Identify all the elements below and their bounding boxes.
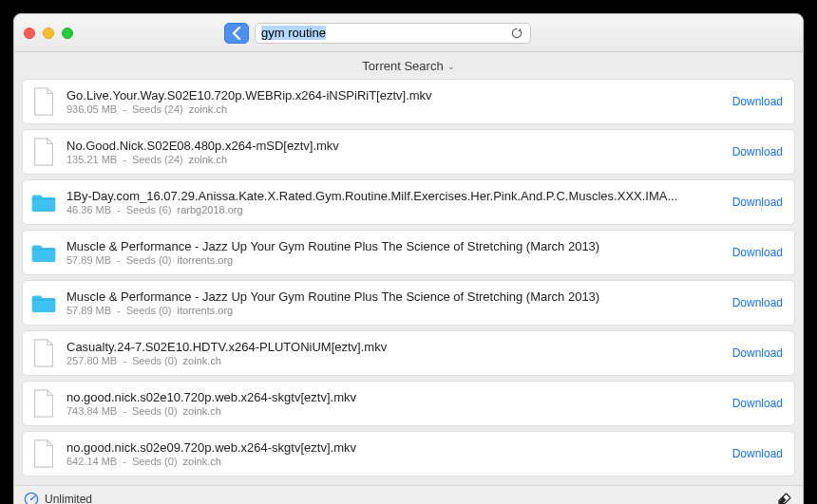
result-seeds: Seeds (0) bbox=[126, 254, 172, 266]
result-body: no.good.nick.s02e09.720p.web.x264-skgtv[… bbox=[66, 440, 721, 467]
result-size: 257.80 MB bbox=[66, 355, 117, 366]
result-body: Go.Live.Your.Way.S02E10.720p.WEBRip.x264… bbox=[66, 88, 721, 115]
result-source: itorrents.org bbox=[177, 254, 233, 266]
result-size: 57.89 MB bbox=[66, 305, 111, 316]
download-link[interactable]: Download bbox=[732, 447, 783, 460]
result-seeds: Seeds (24) bbox=[132, 154, 183, 165]
download-link[interactable]: Download bbox=[732, 397, 783, 410]
result-source: zoink.ch bbox=[183, 456, 221, 467]
result-meta: 135.21 MB - Seeds (24) zoink.ch bbox=[66, 154, 721, 165]
window-controls bbox=[24, 28, 73, 39]
section-title: Torrent Search bbox=[362, 59, 443, 73]
download-link[interactable]: Download bbox=[732, 346, 783, 360]
result-row[interactable]: No.Good.Nick.S02E08.480p.x264-mSD[eztv].… bbox=[22, 129, 795, 175]
search-field-wrap[interactable] bbox=[255, 23, 531, 44]
folder-icon bbox=[30, 237, 57, 268]
speed-gauge-icon bbox=[24, 492, 39, 505]
result-source: zoink.ch bbox=[189, 154, 227, 165]
result-size: 936.05 MB bbox=[66, 103, 117, 115]
result-seeds: Seeds (0) bbox=[132, 355, 178, 366]
refresh-button[interactable] bbox=[509, 26, 524, 41]
result-row[interactable]: no.good.nick.s02e10.720p.web.x264-skgtv[… bbox=[22, 381, 795, 426]
back-button[interactable] bbox=[224, 23, 249, 44]
folder-icon bbox=[30, 187, 57, 217]
result-body: Casualty.24-7.S02E10.HDTV.x264-PLUTONiUM… bbox=[66, 340, 721, 366]
result-body: Muscle & Performance - Jazz Up Your Gym … bbox=[66, 289, 721, 316]
file-icon bbox=[30, 338, 57, 368]
file-icon bbox=[30, 388, 57, 419]
result-title: 1By-Day.com_16.07.29.Anissa.Kate.X.Rated… bbox=[66, 189, 721, 203]
result-seeds: Seeds (24) bbox=[132, 103, 183, 115]
folder-icon bbox=[30, 288, 57, 318]
result-title: no.good.nick.s02e09.720p.web.x264-skgtv[… bbox=[66, 440, 721, 455]
app-window: Torrent Search ⌄ Go.Live.Your.Way.S02E10… bbox=[13, 13, 804, 504]
footer: Unlimited bbox=[14, 485, 803, 504]
result-row[interactable]: Muscle & Performance - Jazz Up Your Gym … bbox=[22, 280, 795, 326]
eraser-icon[interactable] bbox=[776, 491, 793, 505]
result-row[interactable]: 1By-Day.com_16.07.29.Anissa.Kate.X.Rated… bbox=[22, 179, 795, 225]
close-window-button[interactable] bbox=[24, 28, 35, 39]
result-title: Muscle & Performance - Jazz Up Your Gym … bbox=[66, 239, 721, 253]
result-meta: 57.89 MB - Seeds (0) itorrents.org bbox=[66, 254, 721, 266]
search-input[interactable] bbox=[261, 26, 509, 40]
result-source: rarbg2018.org bbox=[177, 204, 242, 215]
result-meta: 642.14 MB - Seeds (0) zoink.ch bbox=[66, 456, 721, 467]
file-icon bbox=[30, 86, 57, 117]
result-meta: 46.36 MB - Seeds (6) rarbg2018.org bbox=[66, 204, 721, 215]
result-body: Muscle & Performance - Jazz Up Your Gym … bbox=[66, 239, 721, 266]
download-link[interactable]: Download bbox=[732, 95, 783, 108]
speed-label[interactable]: Unlimited bbox=[45, 493, 92, 505]
result-body: 1By-Day.com_16.07.29.Anissa.Kate.X.Rated… bbox=[66, 189, 721, 215]
result-meta: 257.80 MB - Seeds (0) zoink.ch bbox=[66, 355, 721, 366]
result-body: no.good.nick.s02e10.720p.web.x264-skgtv[… bbox=[66, 390, 721, 417]
result-seeds: Seeds (0) bbox=[126, 305, 172, 316]
download-link[interactable]: Download bbox=[732, 296, 783, 309]
result-source: zoink.ch bbox=[183, 355, 221, 366]
result-size: 135.21 MB bbox=[66, 154, 117, 165]
titlebar bbox=[14, 14, 803, 52]
result-title: Muscle & Performance - Jazz Up Your Gym … bbox=[66, 289, 721, 304]
result-meta: 936.05 MB - Seeds (24) zoink.ch bbox=[66, 103, 721, 115]
result-size: 743.84 MB bbox=[66, 405, 117, 417]
file-icon bbox=[30, 137, 57, 167]
result-title: Go.Live.Your.Way.S02E10.720p.WEBRip.x264… bbox=[66, 88, 721, 103]
result-title: no.good.nick.s02e10.720p.web.x264-skgtv[… bbox=[66, 390, 721, 404]
download-link[interactable]: Download bbox=[732, 196, 783, 209]
result-seeds: Seeds (6) bbox=[126, 204, 172, 215]
result-size: 642.14 MB bbox=[66, 456, 117, 467]
section-header[interactable]: Torrent Search ⌄ bbox=[14, 52, 803, 79]
result-title: Casualty.24-7.S02E10.HDTV.x264-PLUTONiUM… bbox=[66, 340, 721, 354]
results-list: Go.Live.Your.Way.S02E10.720p.WEBRip.x264… bbox=[14, 79, 803, 485]
result-source: itorrents.org bbox=[177, 305, 233, 316]
result-source: zoink.ch bbox=[189, 103, 227, 115]
chevron-left-icon bbox=[232, 27, 241, 40]
svg-point-1 bbox=[30, 497, 32, 499]
result-size: 57.89 MB bbox=[66, 254, 111, 266]
download-link[interactable]: Download bbox=[732, 145, 783, 159]
result-title: No.Good.Nick.S02E08.480p.x264-mSD[eztv].… bbox=[66, 139, 721, 153]
result-seeds: Seeds (0) bbox=[132, 456, 178, 467]
result-row[interactable]: Casualty.24-7.S02E10.HDTV.x264-PLUTONiUM… bbox=[22, 330, 795, 376]
result-seeds: Seeds (0) bbox=[132, 405, 178, 417]
result-meta: 743.84 MB - Seeds (0) zoink.ch bbox=[66, 405, 721, 417]
result-row[interactable]: no.good.nick.s02e09.720p.web.x264-skgtv[… bbox=[22, 431, 795, 476]
file-icon bbox=[30, 439, 57, 469]
result-size: 46.36 MB bbox=[66, 204, 111, 215]
download-link[interactable]: Download bbox=[732, 246, 783, 259]
result-body: No.Good.Nick.S02E08.480p.x264-mSD[eztv].… bbox=[66, 139, 721, 165]
result-row[interactable]: Go.Live.Your.Way.S02E10.720p.WEBRip.x264… bbox=[22, 79, 795, 124]
minimize-window-button[interactable] bbox=[43, 28, 54, 39]
refresh-icon bbox=[510, 27, 523, 40]
zoom-window-button[interactable] bbox=[62, 28, 73, 39]
result-source: zoink.ch bbox=[183, 405, 221, 417]
result-row[interactable]: Muscle & Performance - Jazz Up Your Gym … bbox=[22, 230, 795, 275]
chevron-down-icon: ⌄ bbox=[447, 62, 455, 71]
result-meta: 57.89 MB - Seeds (0) itorrents.org bbox=[66, 305, 721, 316]
